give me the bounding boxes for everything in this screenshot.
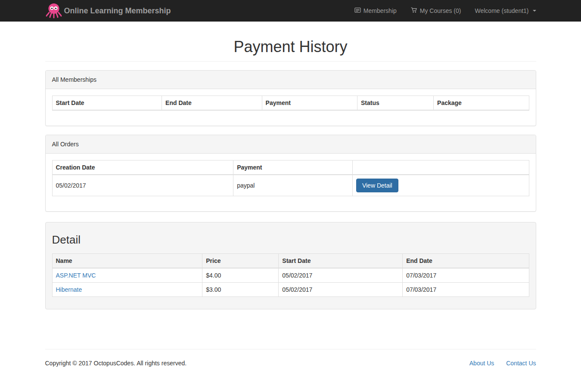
- course-name-cell: Hibernate: [52, 283, 202, 297]
- brand-title: Online Learning Membership: [64, 6, 171, 15]
- copyright: Copyright © 2017 OctopusCodes. All right…: [45, 360, 187, 367]
- table-header-row: Start Date End Date Payment Status Packa…: [52, 96, 529, 111]
- course-price-cell: $3.00: [202, 283, 279, 297]
- nav-welcome-label: Welcome (student1): [475, 7, 528, 14]
- order-action-cell: View Detail: [352, 175, 529, 196]
- membership-card-icon: [354, 7, 361, 15]
- nav-my-courses[interactable]: My Courses (0): [410, 7, 461, 15]
- column-header-payment: Payment: [233, 161, 353, 175]
- table-header-row: Name Price Start Date End Date: [52, 254, 529, 269]
- caret-down-icon: [533, 10, 536, 12]
- column-header-end-date: End Date: [162, 96, 262, 111]
- footer: Copyright © 2017 OctopusCodes. All right…: [45, 349, 536, 386]
- octopus-logo-icon: [45, 3, 62, 19]
- memberships-panel-heading: All Memberships: [46, 71, 536, 89]
- brand-link[interactable]: Online Learning Membership: [45, 3, 171, 19]
- column-header-start-date: Start Date: [279, 254, 403, 269]
- orders-panel-heading: All Orders: [46, 135, 536, 154]
- table-row: Hibernate $3.00 05/02/2017 07/03/2017: [52, 283, 529, 297]
- navbar-inner: Online Learning Membership Membership: [41, 0, 541, 22]
- nav-membership[interactable]: Membership: [354, 7, 397, 15]
- course-price-cell: $4.00: [202, 268, 279, 283]
- table-row: 05/02/2017 paypal View Detail: [52, 175, 529, 196]
- order-payment-cell: paypal: [233, 175, 353, 196]
- column-header-end-date: End Date: [403, 254, 529, 269]
- column-header-payment: Payment: [262, 96, 357, 111]
- course-end-date-cell: 07/03/2017: [403, 268, 529, 283]
- footer-links: About Us Contact Us: [459, 360, 536, 367]
- detail-panel: Detail Name Price Start Date End Date AS…: [45, 222, 536, 309]
- cart-icon: [410, 7, 417, 15]
- detail-table: Name Price Start Date End Date ASP.NET M…: [52, 253, 529, 297]
- orders-table: Creation Date Payment 05/02/2017 paypal …: [52, 160, 529, 196]
- table-header-row: Creation Date Payment: [52, 161, 529, 175]
- memberships-table: Start Date End Date Payment Status Packa…: [52, 96, 529, 111]
- page-title: Payment History: [45, 38, 536, 62]
- column-header-price: Price: [202, 254, 279, 269]
- table-row: ASP.NET MVC $4.00 05/02/2017 07/03/2017: [52, 268, 529, 283]
- course-link-hibernate[interactable]: Hibernate: [56, 286, 82, 293]
- nav-membership-label: Membership: [364, 7, 397, 14]
- course-start-date-cell: 05/02/2017: [279, 268, 403, 283]
- course-link-aspnet-mvc[interactable]: ASP.NET MVC: [56, 272, 96, 279]
- orders-panel-body: Creation Date Payment 05/02/2017 paypal …: [46, 154, 536, 211]
- course-end-date-cell: 07/03/2017: [403, 283, 529, 297]
- main-content: Payment History All Memberships Start Da…: [45, 38, 536, 309]
- memberships-panel: All Memberships Start Date End Date Paym…: [45, 70, 536, 126]
- course-start-date-cell: 05/02/2017: [279, 283, 403, 297]
- navbar-menu: Membership My Courses (0) Welcome (stude…: [354, 7, 536, 15]
- column-header-actions: [352, 161, 529, 175]
- column-header-start-date: Start Date: [52, 96, 162, 111]
- contact-us-link[interactable]: Contact Us: [506, 360, 536, 367]
- orders-panel: All Orders Creation Date Payment 05/02/2…: [45, 135, 536, 212]
- order-creation-date-cell: 05/02/2017: [52, 175, 233, 196]
- nav-my-courses-label: My Courses (0): [420, 7, 461, 14]
- view-detail-button[interactable]: View Detail: [356, 179, 398, 192]
- memberships-panel-body: Start Date End Date Payment Status Packa…: [46, 89, 536, 126]
- about-us-link[interactable]: About Us: [469, 360, 494, 367]
- navbar: Online Learning Membership Membership: [0, 0, 581, 22]
- column-header-status: Status: [357, 96, 433, 111]
- course-name-cell: ASP.NET MVC: [52, 268, 202, 283]
- nav-user-dropdown[interactable]: Welcome (student1): [475, 7, 536, 14]
- column-header-creation-date: Creation Date: [52, 161, 233, 175]
- column-header-name: Name: [52, 254, 202, 269]
- column-header-package: Package: [434, 96, 529, 111]
- detail-title: Detail: [52, 233, 529, 247]
